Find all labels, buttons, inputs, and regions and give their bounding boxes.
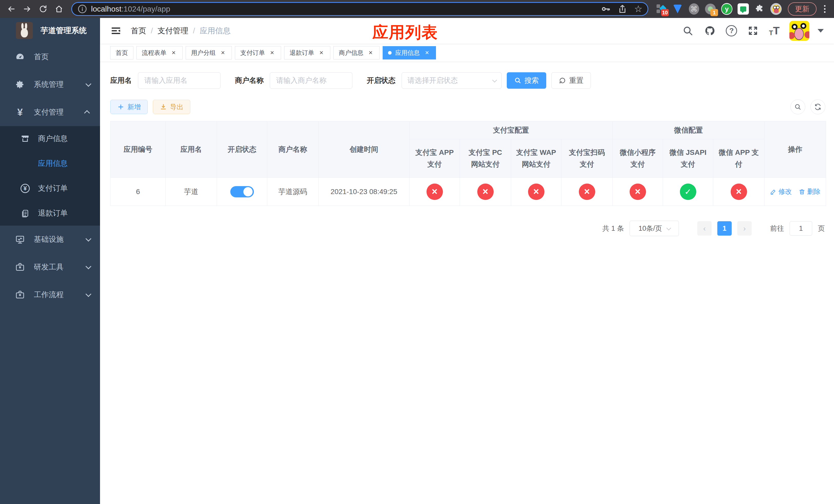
bookmark-star-icon[interactable]: ☆ — [634, 4, 642, 14]
cell-merchant: 芋道源码 — [267, 178, 319, 206]
browser-update-button[interactable]: 更新 — [788, 2, 816, 16]
sidebar-item-system[interactable]: 系统管理 — [0, 71, 100, 98]
cell-app-name: 芋道 — [166, 178, 217, 206]
export-button-label: 导出 — [170, 102, 183, 112]
sidebar-item-label: 系统管理 — [34, 79, 86, 90]
edit-link[interactable]: 修改 — [770, 187, 792, 196]
help-icon[interactable] — [726, 25, 737, 37]
url-bar[interactable]: localhost:1024/pay/app ☆ — [71, 2, 648, 16]
close-icon[interactable] — [170, 49, 177, 56]
next-page-button[interactable] — [737, 221, 752, 235]
export-button[interactable]: 导出 — [153, 100, 190, 114]
sidebar-item-merchant-info[interactable]: 商户信息 — [0, 126, 100, 151]
password-key-icon[interactable] — [600, 4, 611, 14]
payment-submenu: 商户信息 应用信息 支付订单 退款订单 — [0, 126, 100, 226]
extensions-row: 10 ⌘ 1 y — [654, 3, 784, 15]
extension-blocks-icon[interactable]: 10 — [656, 3, 667, 15]
sidebar-item-infrastructure[interactable]: 基础设施 — [0, 226, 100, 253]
tab-home[interactable]: 首页 — [110, 46, 133, 60]
tabs-bar: 首页 流程表单 用户分组 支付订单 退款订单 商户信息 应用信息 — [100, 44, 834, 62]
extension-recorder-icon[interactable]: 1 — [705, 3, 716, 15]
extension-emoji-icon[interactable] — [770, 3, 782, 15]
merchant-name-label: 商户名称 — [235, 76, 264, 85]
tab-refund-order[interactable]: 退款订单 — [284, 46, 330, 60]
sidebar-item-dev-tools[interactable]: 研发工具 — [0, 253, 100, 281]
tab-label: 流程表单 — [142, 49, 167, 57]
prev-page-button[interactable] — [697, 221, 712, 235]
close-icon[interactable] — [367, 49, 374, 56]
sidebar-item-label: 退款订单 — [38, 208, 68, 219]
refresh-icon[interactable] — [810, 99, 825, 114]
page-size-select[interactable]: 10条/页 — [630, 221, 679, 236]
sidebar-item-refund-order[interactable]: 退款订单 — [0, 201, 100, 226]
col-alipay-pc: 支付宝 PC 网站支付 — [460, 139, 511, 178]
sidebar-item-home[interactable]: 首页 — [0, 43, 100, 71]
breadcrumb-payment[interactable]: 支付管理 — [157, 26, 188, 36]
status-toggle[interactable] — [230, 186, 254, 198]
close-icon[interactable] — [268, 49, 276, 56]
table-row: 6 芋道 芋道源码 2021-10-23 08:49:25 — [111, 178, 826, 206]
close-icon[interactable] — [423, 49, 431, 56]
sidebar-item-app-info[interactable]: 应用信息 — [0, 151, 100, 176]
chevron-down-icon — [86, 264, 91, 270]
tab-user-group[interactable]: 用户分组 — [186, 46, 232, 60]
breadcrumb-home[interactable]: 首页 — [131, 26, 146, 36]
browser-home-icon[interactable] — [52, 2, 66, 16]
col-alipay-app: 支付宝 APP 支付 — [410, 139, 460, 178]
search-icon[interactable] — [682, 25, 694, 37]
yen-icon — [14, 107, 26, 118]
url-path: :1024/pay/app — [121, 5, 170, 13]
dashboard-icon — [14, 51, 26, 63]
status-select[interactable]: 请选择开启状态 — [402, 72, 502, 89]
close-icon[interactable] — [318, 49, 325, 56]
fullscreen-icon[interactable] — [747, 25, 759, 37]
extension-badge: 10 — [661, 9, 669, 16]
browser-forward-icon[interactable] — [20, 2, 35, 16]
add-button[interactable]: 新增 — [110, 100, 148, 114]
browser-back-icon[interactable] — [4, 2, 19, 16]
yen-circle-icon — [20, 183, 30, 193]
briefcase-icon — [14, 289, 26, 300]
github-icon[interactable] — [704, 25, 716, 37]
extension-gem-icon[interactable] — [672, 3, 683, 15]
delete-link[interactable]: 删除 — [798, 187, 821, 196]
extension-chat-icon[interactable] — [738, 3, 749, 15]
reset-button[interactable]: 重置 — [551, 72, 591, 89]
tab-app-info[interactable]: 应用信息 — [382, 46, 436, 60]
page-number-button[interactable]: 1 — [717, 221, 732, 235]
extension-y-icon[interactable]: y — [721, 3, 732, 15]
sidebar-item-label: 首页 — [34, 52, 90, 62]
avatar[interactable] — [789, 21, 809, 41]
sidebar-item-label: 应用信息 — [38, 158, 68, 169]
col-app-name: 应用名 — [166, 121, 217, 178]
avatar-caret-icon[interactable] — [818, 29, 824, 32]
breadcrumb-current: 应用信息 — [200, 26, 231, 36]
close-icon[interactable] — [219, 49, 226, 56]
sidebar-item-pay-order[interactable]: 支付订单 — [0, 176, 100, 201]
extensions-puzzle-icon[interactable] — [754, 3, 765, 15]
show-search-toggle-icon[interactable] — [790, 99, 805, 114]
extension-command-icon[interactable]: ⌘ — [688, 3, 700, 15]
share-icon[interactable] — [617, 4, 628, 14]
app-root: 芋道管理系统 首页 系统管理 支付管理 商户信息 — [0, 18, 834, 504]
site-info-icon[interactable] — [77, 4, 87, 14]
chevron-down-icon — [86, 81, 91, 87]
browser-menu-icon[interactable] — [820, 3, 830, 15]
tab-pay-order[interactable]: 支付订单 — [235, 46, 281, 60]
font-size-icon[interactable] — [769, 25, 780, 37]
goto-page-input[interactable] — [790, 221, 812, 235]
search-button[interactable]: 搜索 — [507, 72, 546, 89]
sidebar-item-payment[interactable]: 支付管理 — [0, 98, 100, 126]
add-button-label: 新增 — [128, 102, 141, 112]
app-name-input[interactable] — [138, 72, 221, 89]
col-alipay-qr: 支付宝扫码支付 — [562, 139, 613, 178]
browser-reload-icon[interactable] — [36, 2, 50, 16]
tab-flow-form[interactable]: 流程表单 — [136, 46, 182, 60]
sidebar-collapse-icon[interactable] — [110, 25, 122, 37]
page-annotation-title: 应用列表 — [372, 22, 438, 43]
tab-label: 首页 — [116, 49, 128, 57]
merchant-name-input[interactable] — [270, 72, 352, 89]
tab-merchant-info[interactable]: 商户信息 — [333, 46, 379, 60]
sidebar-item-workflow[interactable]: 工作流程 — [0, 281, 100, 308]
app-logo-row[interactable]: 芋道管理系统 — [0, 18, 100, 43]
